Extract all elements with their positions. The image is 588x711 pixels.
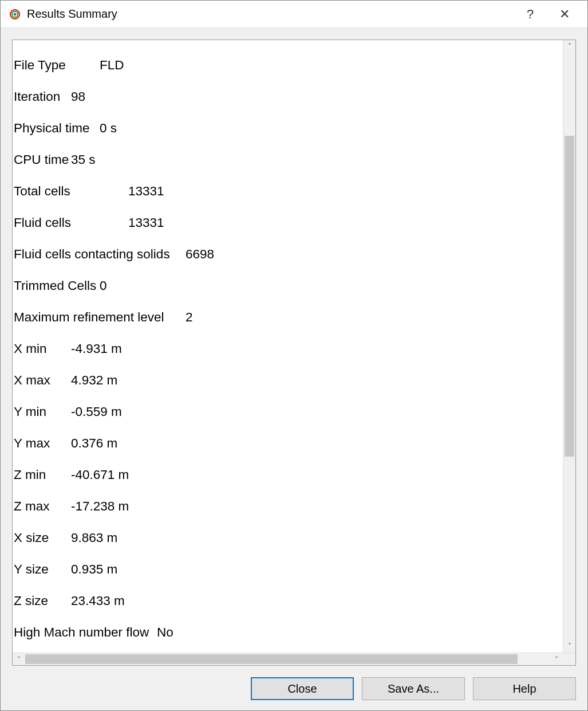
hscroll-thumb[interactable]	[25, 654, 518, 664]
close-button[interactable]: Close	[251, 677, 354, 700]
save-as-button[interactable]: Save As...	[362, 677, 465, 700]
scroll-corner	[563, 653, 575, 665]
help-button[interactable]: Help	[473, 677, 576, 700]
app-icon	[9, 8, 21, 21]
scroll-left-arrow-icon[interactable]: ˂	[13, 653, 25, 665]
scroll-down-arrow-icon[interactable]: ˅	[563, 640, 575, 653]
button-bar: Close Save As... Help	[1, 670, 587, 710]
horizontal-scrollbar[interactable]: ˂ ˃	[13, 653, 575, 665]
content-area: File Type FLD Iteration 98 Physical time…	[1, 28, 587, 670]
scroll-right-arrow-icon[interactable]: ˃	[550, 653, 563, 665]
vertical-scrollbar[interactable]: ˄ ˅	[563, 40, 575, 653]
results-summary-dialog: Results Summary ? ✕ File Type FLD Iterat…	[0, 0, 588, 711]
vscroll-track[interactable]	[563, 53, 575, 640]
summary-text: File Type FLD Iteration 98 Physical time…	[13, 40, 563, 653]
dialog-title: Results Summary	[27, 7, 513, 21]
summary-panel: File Type FLD Iteration 98 Physical time…	[12, 40, 576, 666]
hscroll-track[interactable]	[25, 653, 550, 665]
titlebar: Results Summary ? ✕	[1, 1, 587, 28]
close-icon[interactable]: ✕	[547, 1, 582, 28]
help-icon[interactable]: ?	[513, 1, 547, 28]
svg-point-2	[14, 13, 16, 15]
scroll-up-arrow-icon[interactable]: ˄	[563, 40, 575, 53]
vscroll-thumb[interactable]	[565, 136, 574, 457]
